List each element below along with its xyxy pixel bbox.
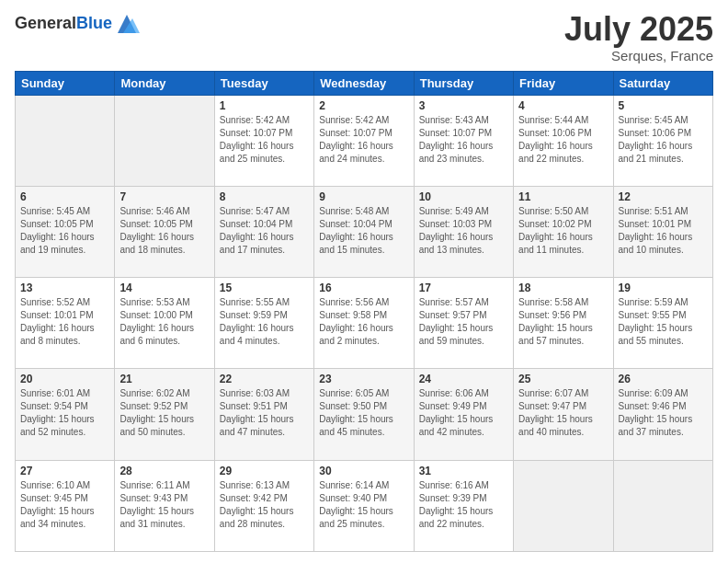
- table-row: 29Sunrise: 6:13 AM Sunset: 9:42 PM Dayli…: [214, 460, 313, 551]
- table-row: 2Sunrise: 5:42 AM Sunset: 10:07 PM Dayli…: [314, 95, 414, 186]
- day-number: 20: [20, 373, 109, 385]
- day-info: Sunrise: 5:43 AM Sunset: 10:07 PM Daylig…: [419, 114, 508, 166]
- table-row: 19Sunrise: 5:59 AM Sunset: 9:55 PM Dayli…: [613, 278, 712, 369]
- logo: GeneralBlue: [15, 11, 140, 37]
- day-info: Sunrise: 5:59 AM Sunset: 9:55 PM Dayligh…: [619, 296, 708, 348]
- table-row: 13Sunrise: 5:52 AM Sunset: 10:01 PM Dayl…: [16, 278, 115, 369]
- day-info: Sunrise: 6:14 AM Sunset: 9:40 PM Dayligh…: [319, 479, 408, 531]
- day-number: 5: [619, 99, 708, 112]
- day-number: 25: [518, 373, 608, 385]
- day-info: Sunrise: 6:03 AM Sunset: 9:51 PM Dayligh…: [220, 387, 309, 439]
- table-row: 18Sunrise: 5:58 AM Sunset: 9:56 PM Dayli…: [514, 278, 613, 369]
- table-row: 4Sunrise: 5:44 AM Sunset: 10:06 PM Dayli…: [514, 95, 613, 186]
- table-row: 1Sunrise: 5:42 AM Sunset: 10:07 PM Dayli…: [214, 95, 313, 186]
- calendar-week-row: 1Sunrise: 5:42 AM Sunset: 10:07 PM Dayli…: [16, 95, 713, 186]
- day-number: 7: [119, 190, 209, 203]
- day-info: Sunrise: 5:57 AM Sunset: 9:57 PM Dayligh…: [419, 296, 508, 348]
- day-number: 16: [319, 282, 408, 294]
- table-row: [16, 95, 115, 186]
- day-number: 14: [119, 282, 209, 294]
- page: GeneralBlue July 2025 Serques, France Su…: [0, 0, 728, 563]
- table-row: 16Sunrise: 5:56 AM Sunset: 9:58 PM Dayli…: [314, 278, 414, 369]
- day-info: Sunrise: 6:11 AM Sunset: 9:43 PM Dayligh…: [119, 479, 209, 531]
- day-info: Sunrise: 5:45 AM Sunset: 10:05 PM Daylig…: [20, 205, 109, 257]
- day-number: 26: [619, 373, 708, 385]
- table-row: 10Sunrise: 5:49 AM Sunset: 10:03 PM Dayl…: [414, 186, 513, 277]
- col-wednesday: Wednesday: [314, 71, 414, 95]
- day-info: Sunrise: 5:42 AM Sunset: 10:07 PM Daylig…: [220, 114, 309, 166]
- day-info: Sunrise: 5:52 AM Sunset: 10:01 PM Daylig…: [20, 296, 109, 348]
- day-number: 10: [419, 190, 508, 203]
- table-row: 3Sunrise: 5:43 AM Sunset: 10:07 PM Dayli…: [414, 95, 513, 186]
- day-info: Sunrise: 6:10 AM Sunset: 9:45 PM Dayligh…: [20, 479, 109, 531]
- day-number: 30: [319, 465, 408, 477]
- day-info: Sunrise: 5:47 AM Sunset: 10:04 PM Daylig…: [220, 205, 309, 257]
- col-tuesday: Tuesday: [214, 71, 313, 95]
- day-number: 27: [20, 465, 109, 477]
- day-info: Sunrise: 5:55 AM Sunset: 9:59 PM Dayligh…: [220, 296, 309, 348]
- day-number: 15: [220, 282, 309, 294]
- day-info: Sunrise: 6:07 AM Sunset: 9:47 PM Dayligh…: [518, 387, 608, 439]
- day-info: Sunrise: 6:16 AM Sunset: 9:39 PM Dayligh…: [419, 479, 508, 531]
- day-number: 28: [119, 465, 209, 477]
- table-row: [514, 460, 613, 551]
- day-info: Sunrise: 5:58 AM Sunset: 9:56 PM Dayligh…: [518, 296, 608, 348]
- day-info: Sunrise: 5:42 AM Sunset: 10:07 PM Daylig…: [319, 114, 408, 166]
- calendar-week-row: 27Sunrise: 6:10 AM Sunset: 9:45 PM Dayli…: [16, 460, 713, 551]
- table-row: 23Sunrise: 6:05 AM Sunset: 9:50 PM Dayli…: [314, 369, 414, 460]
- table-row: 26Sunrise: 6:09 AM Sunset: 9:46 PM Dayli…: [613, 369, 712, 460]
- table-row: 21Sunrise: 6:02 AM Sunset: 9:52 PM Dayli…: [115, 369, 214, 460]
- table-row: 30Sunrise: 6:14 AM Sunset: 9:40 PM Dayli…: [314, 460, 414, 551]
- table-row: 25Sunrise: 6:07 AM Sunset: 9:47 PM Dayli…: [514, 369, 613, 460]
- day-number: 1: [220, 99, 309, 112]
- day-info: Sunrise: 6:09 AM Sunset: 9:46 PM Dayligh…: [619, 387, 708, 439]
- table-row: 15Sunrise: 5:55 AM Sunset: 9:59 PM Dayli…: [214, 278, 313, 369]
- day-info: Sunrise: 5:53 AM Sunset: 10:00 PM Daylig…: [119, 296, 209, 348]
- table-row: 8Sunrise: 5:47 AM Sunset: 10:04 PM Dayli…: [214, 186, 313, 277]
- day-number: 29: [220, 465, 309, 477]
- header: GeneralBlue July 2025 Serques, France: [15, 11, 713, 63]
- table-row: [115, 95, 214, 186]
- day-info: Sunrise: 6:05 AM Sunset: 9:50 PM Dayligh…: [319, 387, 408, 439]
- day-number: 8: [220, 190, 309, 203]
- day-number: 23: [319, 373, 408, 385]
- day-info: Sunrise: 6:01 AM Sunset: 9:54 PM Dayligh…: [20, 387, 109, 439]
- day-number: 19: [619, 282, 708, 294]
- day-info: Sunrise: 5:51 AM Sunset: 10:01 PM Daylig…: [619, 205, 708, 257]
- location: Serques, France: [564, 48, 713, 63]
- day-number: 3: [419, 99, 508, 112]
- calendar-header-row: Sunday Monday Tuesday Wednesday Thursday…: [16, 71, 713, 95]
- table-row: 22Sunrise: 6:03 AM Sunset: 9:51 PM Dayli…: [214, 369, 313, 460]
- month-title: July 2025: [564, 11, 713, 48]
- day-number: 24: [419, 373, 508, 385]
- table-row: 9Sunrise: 5:48 AM Sunset: 10:04 PM Dayli…: [314, 186, 414, 277]
- day-number: 6: [20, 190, 109, 203]
- table-row: 14Sunrise: 5:53 AM Sunset: 10:00 PM Dayl…: [115, 278, 214, 369]
- day-info: Sunrise: 5:50 AM Sunset: 10:02 PM Daylig…: [518, 205, 608, 257]
- table-row: [613, 460, 712, 551]
- table-row: 12Sunrise: 5:51 AM Sunset: 10:01 PM Dayl…: [613, 186, 712, 277]
- table-row: 11Sunrise: 5:50 AM Sunset: 10:02 PM Dayl…: [514, 186, 613, 277]
- day-number: 11: [518, 190, 608, 203]
- col-monday: Monday: [115, 71, 214, 95]
- table-row: 6Sunrise: 5:45 AM Sunset: 10:05 PM Dayli…: [16, 186, 115, 277]
- table-row: 28Sunrise: 6:11 AM Sunset: 9:43 PM Dayli…: [115, 460, 214, 551]
- day-number: 12: [619, 190, 708, 203]
- table-row: 7Sunrise: 5:46 AM Sunset: 10:05 PM Dayli…: [115, 186, 214, 277]
- day-info: Sunrise: 6:06 AM Sunset: 9:49 PM Dayligh…: [419, 387, 508, 439]
- day-info: Sunrise: 6:02 AM Sunset: 9:52 PM Dayligh…: [119, 387, 209, 439]
- calendar-week-row: 6Sunrise: 5:45 AM Sunset: 10:05 PM Dayli…: [16, 186, 713, 277]
- day-info: Sunrise: 5:45 AM Sunset: 10:06 PM Daylig…: [619, 114, 708, 166]
- table-row: 5Sunrise: 5:45 AM Sunset: 10:06 PM Dayli…: [613, 95, 712, 186]
- day-number: 4: [518, 99, 608, 112]
- day-number: 9: [319, 190, 408, 203]
- table-row: 20Sunrise: 6:01 AM Sunset: 9:54 PM Dayli…: [16, 369, 115, 460]
- day-number: 13: [20, 282, 109, 294]
- day-number: 2: [319, 99, 408, 112]
- day-info: Sunrise: 5:49 AM Sunset: 10:03 PM Daylig…: [419, 205, 508, 257]
- logo-general-text: General: [15, 14, 76, 32]
- day-number: 21: [119, 373, 209, 385]
- table-row: 24Sunrise: 6:06 AM Sunset: 9:49 PM Dayli…: [414, 369, 513, 460]
- day-info: Sunrise: 6:13 AM Sunset: 9:42 PM Dayligh…: [220, 479, 309, 531]
- calendar-table: Sunday Monday Tuesday Wednesday Thursday…: [15, 71, 713, 552]
